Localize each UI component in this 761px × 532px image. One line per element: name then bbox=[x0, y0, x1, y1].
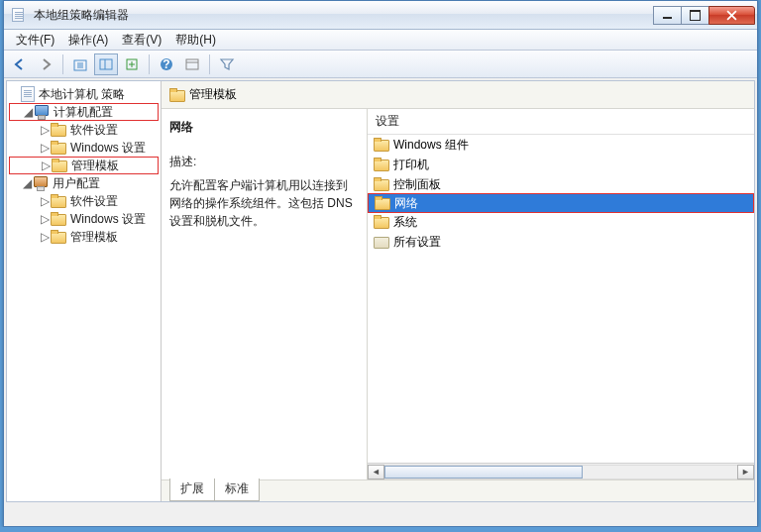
folder-icon bbox=[51, 194, 66, 208]
expand-icon[interactable]: ▷ bbox=[39, 141, 51, 155]
list-item[interactable]: Windows 组件 bbox=[368, 135, 754, 155]
menu-view[interactable]: 查看(V) bbox=[116, 30, 167, 51]
list-item-label: 网络 bbox=[394, 195, 418, 212]
list-item-label: Windows 组件 bbox=[393, 137, 469, 154]
menu-action[interactable]: 操作(A) bbox=[62, 30, 114, 51]
menu-file[interactable]: 文件(F) bbox=[10, 30, 60, 51]
desc-heading: 网络 bbox=[169, 119, 359, 136]
tree-label: 用户配置 bbox=[53, 175, 100, 192]
forward-button[interactable] bbox=[34, 53, 57, 75]
tree-item[interactable]: ▷管理模板 bbox=[9, 228, 159, 246]
column-header-setting[interactable]: 设置 bbox=[368, 109, 754, 135]
tree-label: 计算机配置 bbox=[54, 104, 113, 121]
separator-icon bbox=[62, 54, 63, 74]
scroll-track[interactable] bbox=[384, 465, 737, 479]
maximize-button[interactable] bbox=[681, 6, 709, 25]
toolbar: ? bbox=[4, 51, 757, 78]
close-button[interactable] bbox=[708, 6, 755, 25]
folder-icon bbox=[51, 212, 66, 226]
list-item[interactable]: 打印机 bbox=[368, 155, 754, 174]
expand-icon[interactable]: ▷ bbox=[39, 230, 51, 244]
list-item-label: 打印机 bbox=[393, 157, 429, 173]
folder-icon bbox=[169, 88, 185, 102]
details-title: 管理模板 bbox=[189, 86, 237, 103]
folder-icon bbox=[374, 215, 389, 229]
list-item-label: 控制面板 bbox=[393, 176, 441, 193]
expand-icon[interactable]: ▷ bbox=[39, 194, 51, 208]
all-settings-icon bbox=[374, 235, 389, 249]
minimize-button[interactable] bbox=[653, 6, 682, 25]
folder-icon bbox=[51, 123, 66, 137]
properties-button[interactable] bbox=[180, 53, 204, 75]
expand-icon[interactable]: ▷ bbox=[40, 159, 52, 172]
tree-label: 管理模板 bbox=[70, 229, 118, 246]
app-window: 本地组策略编辑器 文件(F) 操作(A) 查看(V) 帮助(H) ? ▷本地计算… bbox=[3, 0, 758, 527]
statusbar bbox=[4, 504, 757, 526]
tree-root-label: 本地计算机 策略 bbox=[39, 86, 125, 103]
app-icon bbox=[11, 6, 29, 24]
svg-rect-6 bbox=[186, 59, 198, 69]
tab-extended[interactable]: 扩展 bbox=[169, 479, 215, 501]
titlebar[interactable]: 本地组策略编辑器 bbox=[4, 1, 757, 30]
horizontal-scrollbar[interactable]: ◄ ► bbox=[368, 463, 754, 479]
up-button[interactable] bbox=[68, 53, 92, 75]
svg-text:?: ? bbox=[163, 57, 169, 71]
collapse-icon[interactable]: ◢ bbox=[21, 176, 33, 190]
list-item[interactable]: 系统 bbox=[368, 212, 754, 232]
list-item[interactable]: 所有设置 bbox=[368, 232, 754, 252]
folder-icon bbox=[374, 177, 389, 191]
details-pane: 管理模板 网络 描述: 允许配置客户端计算机用以连接到网络的操作系统组件。这包括… bbox=[162, 81, 754, 501]
tree-root[interactable]: ▷本地计算机 策略 bbox=[9, 85, 159, 103]
folder-icon bbox=[374, 158, 389, 171]
export-button[interactable] bbox=[120, 53, 144, 75]
tree-label: 软件设置 bbox=[70, 122, 118, 139]
tree-computer-config[interactable]: ◢计算机配置 bbox=[9, 103, 159, 121]
show-hide-tree-button[interactable] bbox=[94, 53, 118, 75]
folder-icon bbox=[374, 138, 389, 152]
help-button[interactable]: ? bbox=[155, 53, 178, 75]
expand-icon[interactable]: ▷ bbox=[39, 212, 51, 226]
desc-label: 描述: bbox=[169, 154, 359, 170]
desc-text: 允许配置客户端计算机用以连接到网络的操作系统组件。这包括 DNS 设置和脱机文件… bbox=[169, 176, 359, 230]
scroll-thumb[interactable] bbox=[384, 466, 583, 479]
tree-item[interactable]: ▷Windows 设置 bbox=[9, 210, 159, 228]
list-item[interactable]: 网络 bbox=[368, 193, 754, 213]
list-item-label: 系统 bbox=[393, 214, 417, 231]
menu-help[interactable]: 帮助(H) bbox=[169, 30, 222, 51]
tree-label: Windows 设置 bbox=[70, 140, 146, 157]
settings-list[interactable]: Windows 组件打印机控制面板网络系统所有设置 bbox=[368, 135, 754, 463]
folder-icon bbox=[51, 141, 66, 155]
folder-icon bbox=[51, 230, 66, 244]
separator-icon bbox=[149, 54, 150, 74]
folder-icon bbox=[375, 196, 390, 210]
details-body: 网络 描述: 允许配置客户端计算机用以连接到网络的操作系统组件。这包括 DNS … bbox=[162, 109, 754, 479]
folder-icon bbox=[52, 159, 67, 172]
policy-icon bbox=[21, 86, 35, 102]
tree-label: Windows 设置 bbox=[70, 211, 146, 228]
separator-icon bbox=[209, 54, 210, 74]
user-icon bbox=[33, 176, 49, 190]
tree-pane[interactable]: ▷本地计算机 策略 ◢计算机配置 ▷软件设置 ▷Windows 设置 ▷管理模板… bbox=[7, 81, 162, 501]
tree-admin-templates[interactable]: ▷管理模板 bbox=[9, 157, 159, 174]
tree-item[interactable]: ▷Windows 设置 bbox=[9, 139, 159, 157]
filter-button[interactable] bbox=[215, 53, 239, 75]
description-pane: 网络 描述: 允许配置客户端计算机用以连接到网络的操作系统组件。这包括 DNS … bbox=[162, 109, 368, 479]
back-button[interactable] bbox=[8, 53, 32, 75]
scroll-left-button[interactable]: ◄ bbox=[368, 465, 384, 479]
view-tabs: 扩展 标准 bbox=[162, 479, 754, 501]
scroll-right-button[interactable]: ► bbox=[737, 465, 754, 479]
details-header: 管理模板 bbox=[162, 81, 754, 109]
tab-standard[interactable]: 标准 bbox=[214, 479, 260, 501]
svg-rect-1 bbox=[100, 59, 112, 69]
collapse-icon[interactable]: ◢ bbox=[22, 105, 34, 119]
tree-item[interactable]: ▷软件设置 bbox=[9, 121, 159, 139]
tree-label: 管理模板 bbox=[71, 158, 119, 174]
window-buttons bbox=[654, 6, 755, 25]
tree-user-config[interactable]: ◢用户配置 bbox=[9, 174, 159, 192]
window-title: 本地组策略编辑器 bbox=[34, 7, 654, 24]
list-item-label: 所有设置 bbox=[393, 234, 441, 251]
tree-item[interactable]: ▷软件设置 bbox=[9, 192, 159, 210]
tree-label: 软件设置 bbox=[70, 193, 118, 210]
list-item[interactable]: 控制面板 bbox=[368, 174, 754, 194]
expand-icon[interactable]: ▷ bbox=[39, 123, 51, 137]
